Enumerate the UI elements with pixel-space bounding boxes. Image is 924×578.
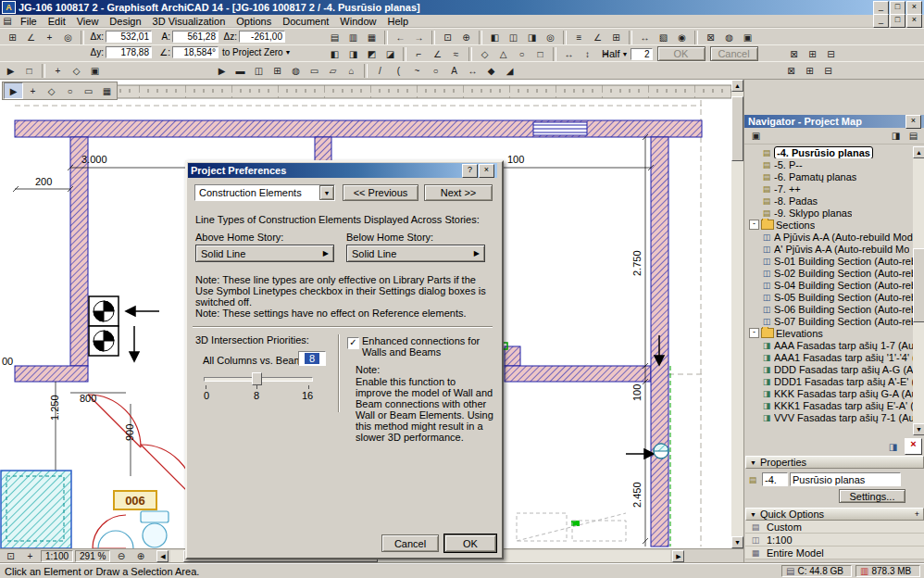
arrow-select-icon[interactable]: ▶ <box>2 63 19 78</box>
scale-settings-icon[interactable]: ∠ <box>589 30 606 44</box>
open-icon[interactable]: ▤ <box>326 30 343 44</box>
zoom-tool-icon[interactable]: ⊕ <box>457 30 475 44</box>
box-tool-icon[interactable]: ▭ <box>80 83 97 98</box>
mirror-icon[interactable]: △ <box>494 46 512 61</box>
roof-tool-icon[interactable]: ⌂ <box>343 63 360 78</box>
arrow-tool-icon[interactable]: ▶ <box>4 82 23 99</box>
redo-icon[interactable]: → <box>410 30 428 44</box>
tree-item-story-7[interactable]: ▤-7. ++ <box>746 182 913 195</box>
close-button[interactable]: × <box>906 1 922 15</box>
survey-marker[interactable] <box>654 444 668 459</box>
ok-toolbar-button[interactable]: OK <box>657 46 705 61</box>
hatch-tool-icon[interactable]: ◢ <box>501 63 518 78</box>
fill-tool-icon[interactable]: ▦ <box>98 83 116 98</box>
properties-header[interactable]: ▼ Properties <box>745 456 924 469</box>
menu-window[interactable]: Window <box>334 15 381 28</box>
marker-tool-icon[interactable]: ◇ <box>43 83 60 98</box>
navigator-close-icon[interactable]: × <box>905 115 921 129</box>
snap-off-icon[interactable]: ⊟ <box>822 46 840 61</box>
columns[interactable] <box>89 296 119 356</box>
menu-help[interactable]: Help <box>381 15 414 28</box>
menu-edit[interactable]: Edit <box>43 15 71 28</box>
library-manager-icon[interactable]: ▧ <box>655 30 672 44</box>
hotspot-icon[interactable]: + <box>49 63 67 78</box>
tree-item-story-5[interactable]: ▤-5. P-- <box>746 158 913 170</box>
section-window-icon[interactable]: ◫ <box>505 30 522 44</box>
remove-preview-icon[interactable]: × <box>905 438 922 455</box>
columns-vs-beams-field[interactable]: 8 <box>298 351 326 366</box>
above-line-type-popup[interactable]: Solid Line ▶ <box>195 245 334 262</box>
door-tool-icon[interactable]: ◫ <box>250 63 268 78</box>
tree-item-story-9[interactable]: ▤-9. Sklypo planas <box>746 207 913 219</box>
angle-constraint-icon[interactable]: ∠ <box>22 30 40 44</box>
publish-icon[interactable]: ▦ <box>363 30 381 44</box>
tree-item-story-4[interactable]: ▤-4. Pusrūsio planas <box>746 146 913 158</box>
restore-button[interactable]: □ <box>890 1 905 15</box>
tree-folder-elevations[interactable]: -Elevations <box>746 327 913 339</box>
menu-options[interactable]: Options <box>231 15 277 28</box>
gravity-icon[interactable]: ◎ <box>59 30 77 44</box>
save-icon[interactable]: ▥ <box>344 30 362 44</box>
element-info-icon[interactable]: ◉ <box>673 30 691 44</box>
column-tool-icon[interactable]: ◍ <box>287 63 305 78</box>
slider-thumb[interactable] <box>252 372 262 385</box>
arc-tool-icon[interactable]: ( <box>390 63 407 78</box>
line-tool-icon[interactable]: / <box>371 63 389 78</box>
quick-options-header[interactable]: ▼ Quick Options + <box>745 508 924 521</box>
tree-item-section[interactable]: ◫A Pjūvis A-A (Auto-rebuild Mode <box>746 231 913 243</box>
priority-slider[interactable]: 0 8 16 <box>204 370 315 401</box>
lock-layer-icon[interactable]: ⊟ <box>819 63 837 78</box>
fit-in-window-icon[interactable]: ⊡ <box>2 549 19 564</box>
menu-view[interactable]: View <box>71 15 105 28</box>
angle-field[interactable]: 18,584° <box>172 46 219 58</box>
move-vertical-icon[interactable]: ↕ <box>579 46 596 61</box>
fillet-icon[interactable]: ⌐ <box>410 46 428 61</box>
multiply-icon[interactable]: ○ <box>513 46 531 61</box>
doc-restore-button[interactable]: □ <box>890 14 905 28</box>
swap-view-icon[interactable]: ↔ <box>636 30 654 44</box>
quick-option-structure-display[interactable]: ▦ Entire Model <box>745 547 924 559</box>
column-display-icon[interactable]: ◍ <box>720 30 738 44</box>
navigator-titlebar[interactable]: Navigator - Project Map × <box>744 115 924 128</box>
menu-file[interactable]: File <box>15 15 43 28</box>
angle-edit-icon[interactable]: ∠ <box>429 46 446 61</box>
menu-3d-visualization[interactable]: 3D Visualization <box>147 15 231 28</box>
hotspot2-tool-icon[interactable]: ◆ <box>482 63 500 78</box>
dimension-tool-icon[interactable]: ↔ <box>464 63 481 78</box>
pan-icon[interactable]: + <box>21 549 39 564</box>
dialog-help-icon[interactable]: ? <box>462 164 478 178</box>
window-tool-icon[interactable]: ⊞ <box>268 63 286 78</box>
grid-snap-icon[interactable]: ⊞ <box>4 30 21 44</box>
adjust-icon[interactable]: ◩ <box>363 46 381 61</box>
tree-scroll-up-icon[interactable]: ▲ <box>913 146 924 158</box>
selection-mode-icon[interactable]: ⊠ <box>785 46 803 61</box>
dialog-ok-button[interactable]: OK <box>444 534 496 552</box>
beam-tool-icon[interactable]: ▭ <box>306 63 323 78</box>
text-tool-icon[interactable]: A <box>445 63 463 78</box>
scale-button[interactable]: 1:100 <box>41 550 73 562</box>
circle-tool-icon[interactable]: ○ <box>61 83 79 98</box>
move-horizontal-icon[interactable]: ↔ <box>560 46 578 61</box>
cancel-toolbar-button[interactable]: Cancel <box>710 46 758 61</box>
scroll-up-icon[interactable]: ▲ <box>731 80 743 92</box>
tree-scrollbar[interactable]: ▲ ▼ <box>913 146 924 435</box>
node-icon[interactable]: ◇ <box>68 63 85 78</box>
next-button[interactable]: Next >> <box>424 184 493 201</box>
intersect-icon[interactable]: ◪ <box>381 46 399 61</box>
grid-settings-icon[interactable]: ⊞ <box>607 30 625 44</box>
quick-option-layer-combination[interactable]: ▤ Custom <box>745 521 924 534</box>
story-number-field[interactable]: -4. <box>762 472 788 486</box>
tree-item-section[interactable]: ◫S-02 Building Section (Auto-reb <box>746 267 913 279</box>
undo-icon[interactable]: ← <box>392 30 409 44</box>
3d-window-icon[interactable]: ◧ <box>486 30 504 44</box>
canvas-vscrollbar[interactable]: ▲ ▼ <box>731 80 743 548</box>
settings-button[interactable]: Settings... <box>839 489 905 503</box>
tree-item-elevation[interactable]: ◨VVV Fasadas tarp ašių 7-1 (Auto <box>746 411 913 423</box>
collapse-quick-options-icon[interactable]: ▼ <box>750 511 756 518</box>
half-dropdown-arrow-icon[interactable]: ▼ <box>622 51 629 57</box>
stretch-icon[interactable]: ≈ <box>447 46 465 61</box>
tree-item-section[interactable]: ◫S-04 Building Section (Auto-reb <box>746 279 913 291</box>
tree-item-section[interactable]: ◫S-06 Building Section (Auto-reb <box>746 303 913 315</box>
navigator-view-list-icon[interactable]: ▤ <box>905 129 922 144</box>
previous-button[interactable]: << Previous <box>343 184 418 201</box>
